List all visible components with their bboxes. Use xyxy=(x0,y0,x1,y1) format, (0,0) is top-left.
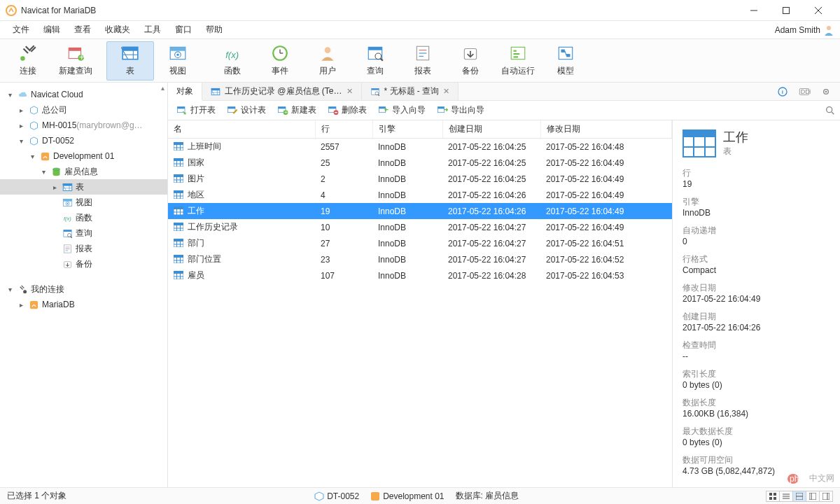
tree-item[interactable]: ▸MariaDB xyxy=(0,297,167,312)
action-design-button[interactable]: 设计表 xyxy=(223,103,270,118)
toolbar-backup-button[interactable]: 备份 xyxy=(447,41,494,80)
design-icon xyxy=(227,105,238,116)
expander-icon[interactable]: ▾ xyxy=(39,168,48,176)
search-icon[interactable] xyxy=(825,105,836,116)
hex-icon xyxy=(28,104,39,115)
table-row[interactable]: 地区4InnoDB2017-05-22 16:04:262017-05-22 1… xyxy=(168,187,672,203)
menu-help[interactable]: 帮助 xyxy=(199,21,230,38)
tree-item[interactable]: 备份 xyxy=(0,256,167,272)
status-development[interactable]: Development 01 xyxy=(370,491,444,501)
close-button[interactable] xyxy=(802,0,834,21)
expander-icon[interactable]: ▾ xyxy=(6,91,14,99)
toolbar-auto-button[interactable]: 自动运行 xyxy=(494,41,542,80)
tree-item[interactable]: f(x)函数 xyxy=(0,210,167,225)
property: 引擎InnoDB xyxy=(682,196,830,218)
toolbar-user-button[interactable]: 用户 xyxy=(304,41,351,80)
tree-item[interactable]: ▸MH-0015 (marybrown@g… xyxy=(0,118,167,133)
toolbar-plug-button[interactable]: 连接 xyxy=(4,41,52,80)
table-row[interactable]: 图片2InnoDB2017-05-22 16:04:252017-05-22 1… xyxy=(168,171,672,187)
menu-tools[interactable]: 工具 xyxy=(137,21,168,38)
tree-item[interactable]: 报表 xyxy=(0,241,167,256)
tree-item[interactable]: 查询 xyxy=(0,225,167,241)
toolbar-label: 查询 xyxy=(367,65,384,77)
action-import-button[interactable]: 导入向导 xyxy=(374,103,430,118)
action-new-button[interactable]: +新建表 xyxy=(273,103,321,118)
tree-item[interactable]: ▾DT-0052 xyxy=(0,133,167,148)
action-label: 导入向导 xyxy=(392,104,426,116)
toolbar-label: 表 xyxy=(126,65,134,77)
avatar-icon[interactable] xyxy=(823,24,834,36)
toolbar-view-button[interactable]: 视图 xyxy=(154,41,202,80)
menu-favorites[interactable]: 收藏夹 xyxy=(98,21,137,38)
toolbar-new-query-button[interactable]: +新建查询 xyxy=(52,41,99,80)
table-row[interactable]: 雇员107InnoDB2017-05-22 16:04:282017-05-22… xyxy=(168,267,672,284)
action-export-button[interactable]: 导出向导 xyxy=(433,103,489,118)
toolbar-model-button[interactable]: 模型 xyxy=(542,41,589,80)
svg-line-77 xyxy=(378,94,379,96)
expander-icon[interactable]: ▾ xyxy=(28,153,36,160)
tree-item[interactable]: ▾Navicat Cloud xyxy=(0,87,167,102)
action-open-button[interactable]: 打开表 xyxy=(172,103,220,118)
column-header[interactable]: 名 xyxy=(168,120,315,139)
expander-icon[interactable]: ▸ xyxy=(17,301,25,309)
status-connection[interactable]: DT-0052 xyxy=(314,491,359,501)
toolbar-query-button[interactable]: 查询 xyxy=(351,41,399,80)
table-row[interactable]: 部门位置23InnoDB2017-05-22 16:04:272017-05-2… xyxy=(168,251,672,267)
column-header[interactable]: 创建日期 xyxy=(442,120,540,139)
table-row[interactable]: 工作19InnoDB2017-05-22 16:04:262017-05-22 … xyxy=(168,203,672,219)
expander-icon[interactable]: ▸ xyxy=(17,122,25,130)
svg-rect-168 xyxy=(822,493,830,500)
tree-label: 雇员信息 xyxy=(64,166,98,178)
cell-modified: 2017-05-22 16:04:48 xyxy=(540,139,672,155)
query-icon xyxy=(370,87,380,97)
tree-item[interactable]: ▸总公司 xyxy=(0,102,167,118)
tree-item[interactable]: ▸表 xyxy=(0,179,167,195)
cell-modified: 2017-05-22 16:04:51 xyxy=(540,235,672,251)
tab[interactable]: * 无标题 - 查询✕ xyxy=(362,83,459,100)
menu-view[interactable]: 查看 xyxy=(67,21,98,38)
tree-item[interactable]: ▾雇员信息 xyxy=(0,164,167,179)
table-row[interactable]: 上班时间2557InnoDB2017-05-22 16:04:252017-05… xyxy=(168,139,672,155)
toolbar-clock-button[interactable]: 事件 xyxy=(256,41,304,80)
menu-window[interactable]: 窗口 xyxy=(168,21,199,38)
ddl-icon[interactable]: DDL xyxy=(798,85,811,98)
user-label[interactable]: Adam Smith xyxy=(775,25,820,35)
action-delete-button[interactable]: 删除表 xyxy=(323,103,371,118)
view-list-button[interactable] xyxy=(779,491,793,502)
scroll-up-icon[interactable]: ▴ xyxy=(161,84,164,92)
cell-modified: 2017-05-22 16:04:49 xyxy=(540,171,672,187)
expander-icon[interactable]: ▾ xyxy=(17,137,25,145)
menu-edit[interactable]: 编辑 xyxy=(36,21,67,38)
expander-icon[interactable]: ▸ xyxy=(50,183,59,191)
column-header[interactable]: 修改日期 xyxy=(540,120,672,139)
minimize-button[interactable] xyxy=(738,0,770,21)
table-row[interactable]: 工作历史记录10InnoDB2017-05-22 16:04:272017-05… xyxy=(168,219,672,235)
menu-file[interactable]: 文件 xyxy=(6,21,36,38)
info-icon[interactable]: i xyxy=(777,86,788,97)
maximize-button[interactable] xyxy=(770,0,802,21)
svg-line-61 xyxy=(70,236,71,237)
toolbar-report-button[interactable]: 报表 xyxy=(399,41,447,80)
tree-item[interactable]: ▾Development 01 xyxy=(0,148,167,164)
table-row[interactable]: 部门27InnoDB2017-05-22 16:04:272017-05-22 … xyxy=(168,235,672,251)
view-panel2-button[interactable] xyxy=(819,491,833,502)
fx-icon: f(x) xyxy=(62,212,73,223)
view-detail-button[interactable] xyxy=(792,491,806,502)
tab[interactable]: 对象 xyxy=(168,83,202,101)
close-icon[interactable]: ✕ xyxy=(443,87,449,96)
toolbar-fx-button[interactable]: f(x)函数 xyxy=(209,41,256,80)
tab[interactable]: 工作历史记录 @雇员信息 (Te…✕ xyxy=(202,83,362,100)
gear-icon[interactable] xyxy=(820,86,832,97)
column-header[interactable]: 引擎 xyxy=(372,120,442,139)
tree-item[interactable]: ▾我的连接 xyxy=(0,281,167,297)
toolbar-table-button[interactable]: 表 xyxy=(106,41,154,80)
column-header[interactable]: 行 xyxy=(315,120,372,139)
table-row[interactable]: 国家25InnoDB2017-05-22 16:04:252017-05-22 … xyxy=(168,155,672,171)
view-panel1-button[interactable] xyxy=(806,491,820,502)
expander-icon[interactable]: ▸ xyxy=(17,106,25,114)
view-grid-button[interactable] xyxy=(766,491,780,502)
expander-icon[interactable]: ▾ xyxy=(6,286,14,293)
cell-name: 工作 xyxy=(188,206,204,216)
tree-item[interactable]: 视图 xyxy=(0,195,167,210)
close-icon[interactable]: ✕ xyxy=(346,87,353,96)
